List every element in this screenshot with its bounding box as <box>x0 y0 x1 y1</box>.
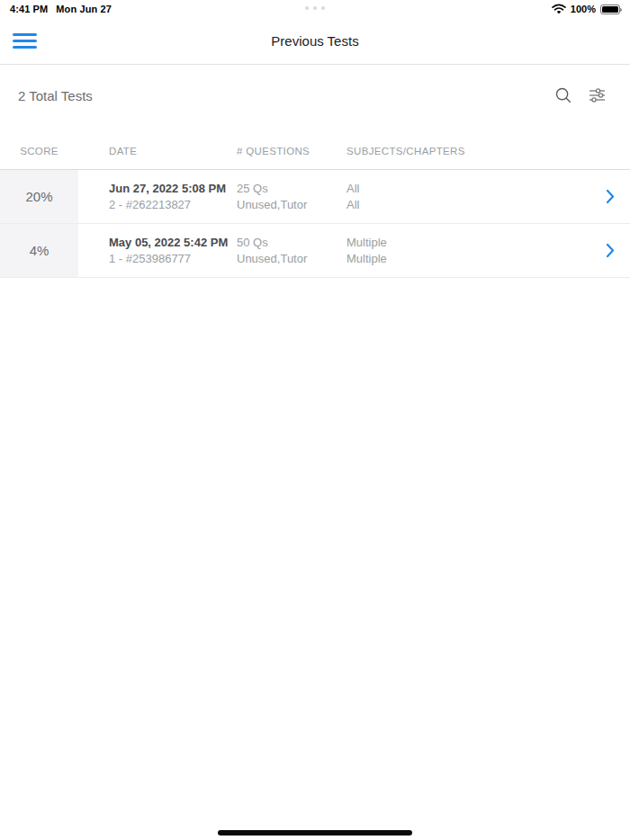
chapters-value: All <box>346 198 590 212</box>
test-id: 2 - #262213827 <box>109 198 237 212</box>
toolbar: 2 Total Tests <box>0 77 630 113</box>
wifi-icon <box>552 4 566 14</box>
search-icon <box>554 86 572 104</box>
multitasking-dots-icon <box>305 6 325 10</box>
column-header-score: SCORE <box>0 146 78 156</box>
score-cell: 4% <box>0 224 78 277</box>
date-cell: May 05, 2022 5:42 PM 1 - #253986777 <box>78 224 237 277</box>
subjects-cell: All All <box>346 170 590 223</box>
status-date: Mon Jun 27 <box>56 4 112 14</box>
test-row-1[interactable]: 20% Jun 27, 2022 5:08 PM 2 - #262213827 … <box>0 170 630 224</box>
score-cell: 20% <box>0 170 78 223</box>
subjects-value: Multiple <box>346 236 590 250</box>
navbar: Previous Tests <box>0 18 630 65</box>
row-chevron[interactable] <box>590 170 630 223</box>
subjects-cell: Multiple Multiple <box>346 224 590 277</box>
filter-sliders-icon <box>588 86 607 104</box>
filter-button[interactable] <box>588 86 607 104</box>
subjects-value: All <box>346 182 590 196</box>
question-mode: Unused,Tutor <box>237 198 346 212</box>
questions-cell: 50 Qs Unused,Tutor <box>237 224 346 277</box>
row-chevron[interactable] <box>590 224 630 277</box>
page-title: Previous Tests <box>271 33 358 49</box>
chevron-right-icon <box>606 243 615 258</box>
battery-icon <box>600 4 620 14</box>
chapters-value: Multiple <box>346 252 590 266</box>
hamburger-menu-button[interactable] <box>13 31 37 52</box>
status-time: 4:41 PM <box>10 4 48 14</box>
test-row-2[interactable]: 4% May 05, 2022 5:42 PM 1 - #253986777 5… <box>0 224 630 278</box>
column-header-date: DATE <box>78 146 237 156</box>
test-date: May 05, 2022 5:42 PM <box>109 236 237 250</box>
home-indicator[interactable] <box>218 830 412 836</box>
date-cell: Jun 27, 2022 5:08 PM 2 - #262213827 <box>78 170 237 223</box>
battery-percent: 100% <box>571 4 596 14</box>
search-button[interactable] <box>554 86 572 104</box>
question-count: 50 Qs <box>237 236 346 250</box>
test-id: 1 - #253986777 <box>109 252 237 266</box>
column-header-questions: # QUESTIONS <box>237 146 346 156</box>
questions-cell: 25 Qs Unused,Tutor <box>237 170 346 223</box>
question-count: 25 Qs <box>237 182 346 196</box>
question-mode: Unused,Tutor <box>237 252 346 266</box>
table-header-row: SCORE DATE # QUESTIONS SUBJECTS/CHAPTERS <box>0 132 630 170</box>
chevron-right-icon <box>606 189 615 204</box>
column-header-subjects: SUBJECTS/CHAPTERS <box>346 146 590 156</box>
test-date: Jun 27, 2022 5:08 PM <box>109 182 237 196</box>
status-bar: 4:41 PM Mon Jun 27 100% <box>0 0 630 18</box>
total-tests-label: 2 Total Tests <box>18 88 93 103</box>
